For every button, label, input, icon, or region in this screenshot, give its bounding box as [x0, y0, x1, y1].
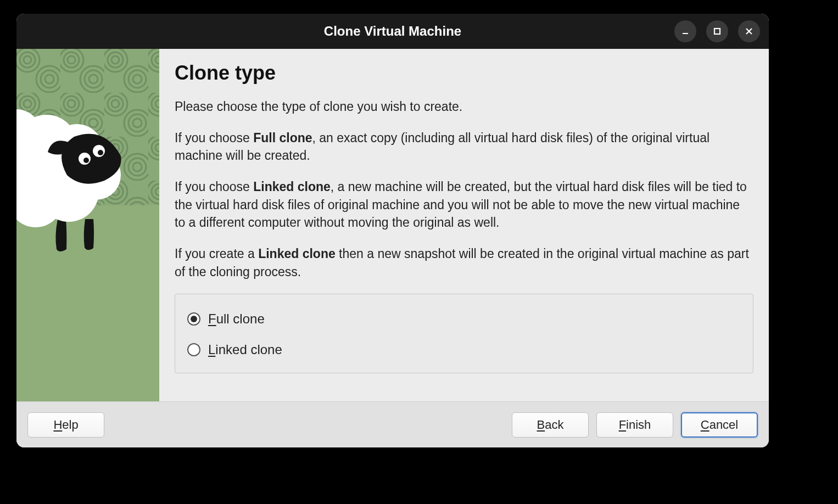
back-button[interactable]: Back — [512, 412, 589, 438]
radio-full-clone-label: Full clone — [208, 310, 265, 328]
close-icon — [745, 27, 753, 36]
snapshot-note: If you create a Linked clone then a new … — [175, 245, 753, 281]
dialog-body: Clone type Please choose the type of clo… — [16, 49, 769, 401]
radio-icon — [187, 312, 200, 326]
radio-icon — [187, 343, 200, 356]
linked-clone-description: If you choose Linked clone, a new machin… — [175, 178, 753, 232]
sheep-illustration — [16, 49, 159, 401]
radio-linked-clone[interactable]: Linked clone — [187, 340, 741, 359]
maximize-icon — [713, 27, 721, 35]
dialog-footer: Help Back Finish Cancel — [16, 401, 769, 447]
radio-full-clone[interactable]: Full clone — [187, 310, 741, 328]
close-button[interactable] — [738, 20, 760, 42]
svg-rect-1 — [714, 29, 720, 34]
radio-linked-clone-label: Linked clone — [208, 340, 282, 359]
finish-button[interactable]: Finish — [596, 412, 673, 438]
maximize-button[interactable] — [706, 20, 728, 42]
dialog-window: Clone Virtual Machine — [16, 14, 769, 447]
page-heading: Clone type — [175, 59, 753, 87]
svg-point-23 — [83, 158, 89, 163]
svg-point-21 — [98, 150, 103, 155]
clone-type-group: Full clone Linked clone — [175, 294, 753, 373]
intro-text: Please choose the type of clone you wish… — [175, 98, 753, 116]
window-controls — [674, 20, 760, 42]
help-button[interactable]: Help — [27, 412, 104, 438]
full-clone-description: If you choose Full clone, an exact copy … — [175, 129, 753, 165]
wizard-content: Clone type Please choose the type of clo… — [159, 49, 769, 401]
minimize-button[interactable] — [674, 20, 696, 42]
titlebar: Clone Virtual Machine — [16, 14, 769, 49]
cancel-button[interactable]: Cancel — [681, 412, 758, 438]
wizard-art — [16, 49, 159, 401]
minimize-icon — [681, 27, 690, 36]
window-title: Clone Virtual Machine — [324, 24, 461, 39]
